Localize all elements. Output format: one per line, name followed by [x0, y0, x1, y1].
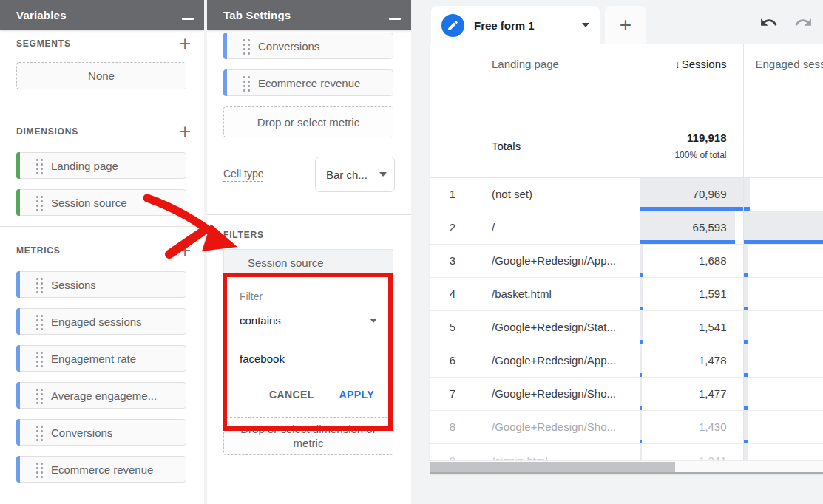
- match-type-select[interactable]: contains: [240, 314, 377, 333]
- bar-chart-cell: [744, 344, 748, 377]
- cell-type-label: Cell type: [223, 168, 263, 182]
- table-row[interactable]: 8 /Google+Redesign/Sho... 1,430: [430, 410, 823, 443]
- metric-chip-engaged-sessions[interactable]: Engaged sessions: [16, 308, 186, 335]
- bar-chart-cell: [640, 344, 643, 377]
- dimensions-label: DIMENSIONS: [16, 126, 179, 137]
- undo-icon[interactable]: [759, 13, 778, 32]
- table-row[interactable]: 7 /Google+Redesign/Sho... 1,477: [430, 377, 823, 410]
- applied-metric-ecommerce-revenue[interactable]: Ecommerce revenue: [223, 69, 393, 96]
- scrollbar-thumb[interactable]: [430, 462, 675, 472]
- chip-label: Engagement rate: [51, 353, 136, 365]
- segments-empty[interactable]: None: [16, 62, 186, 89]
- divider: [0, 226, 204, 227]
- tab-settings-title: Tab Settings: [223, 9, 389, 21]
- dimension-chip-landing-page[interactable]: Landing page: [16, 152, 186, 179]
- drag-handle-icon[interactable]: [36, 315, 44, 330]
- tab-settings-header: Tab Settings: [207, 0, 411, 30]
- table-row[interactable]: 2 / 65,593: [430, 211, 823, 244]
- filter-chip-session-source[interactable]: Session source: [223, 249, 393, 276]
- totals-row: Totals 119,918 100% of total 100% of tot…: [430, 115, 823, 177]
- chevron-down-icon: [379, 172, 387, 177]
- bar-chart-cell: [640, 311, 643, 344]
- add-segment-button[interactable]: +: [179, 36, 191, 51]
- drag-handle-icon[interactable]: [36, 463, 44, 478]
- applied-metric-conversions[interactable]: Conversions: [223, 33, 393, 59]
- sort-desc-icon: ↓: [675, 58, 680, 70]
- drag-handle-icon[interactable]: [36, 352, 44, 367]
- bar-chart-cell: [744, 278, 748, 310]
- minimize-icon[interactable]: [182, 18, 194, 20]
- drag-handle-icon[interactable]: [36, 278, 44, 293]
- filters-label: FILTERS: [207, 230, 411, 240]
- horizontal-scrollbar[interactable]: [430, 460, 823, 472]
- variables-panel: Variables SEGMENTS + None DIMENSIONS + L…: [0, 0, 204, 504]
- chip-label: Average engageme...: [51, 389, 157, 402]
- totals-engaged: 100% of total: [743, 115, 823, 177]
- chip-label: Session source: [51, 197, 127, 209]
- totals-label: Totals: [475, 115, 640, 177]
- tab-bar: Free form 1 +: [411, 0, 823, 44]
- freeform-table-card: Landing page ↓Sessions Engaged sessions …: [430, 44, 823, 474]
- canvas-workspace: Free form 1 + Landing page ↓Sessions Eng…: [411, 0, 823, 504]
- bar-chart-cell: [744, 311, 748, 344]
- cell-type-select[interactable]: Bar ch...: [315, 157, 395, 192]
- bar-chart-cell: [640, 245, 643, 277]
- metric-chip-engagement-rate[interactable]: Engagement rate: [16, 345, 186, 372]
- filter-value-input[interactable]: facebook: [240, 353, 377, 372]
- drop-metric-target[interactable]: Drop or select metric: [223, 106, 393, 137]
- bar-chart-cell: [640, 378, 643, 410]
- add-dimension-button[interactable]: +: [179, 124, 191, 139]
- table-row[interactable]: 4 /basket.html 1,591: [430, 277, 823, 310]
- drag-handle-icon[interactable]: [36, 159, 44, 174]
- metric-chip-average-engagement[interactable]: Average engageme...: [16, 382, 186, 409]
- tab-settings-panel: Tab Settings Conversions Ecommerce reven…: [207, 0, 411, 504]
- bar-chart-cell: [744, 245, 748, 277]
- chevron-down-icon: [370, 319, 377, 323]
- chevron-down-icon[interactable]: [582, 23, 589, 27]
- ga4-exploration-app: Variables SEGMENTS + None DIMENSIONS + L…: [0, 0, 823, 504]
- apply-button[interactable]: APPLY: [339, 389, 374, 401]
- drag-handle-icon[interactable]: [243, 39, 251, 55]
- metric-chip-conversions[interactable]: Conversions: [16, 419, 186, 446]
- bar-chart-cell: [744, 411, 748, 443]
- add-tab-button[interactable]: +: [605, 6, 646, 44]
- table-header-row: Landing page ↓Sessions Engaged sessions: [430, 44, 823, 115]
- table-row[interactable]: 5 /Google+Redesign/Stat... 1,541: [430, 310, 823, 344]
- table-row[interactable]: 9 /signin.html 1,341: [430, 444, 823, 460]
- tab-free-form-1[interactable]: Free form 1: [431, 6, 600, 44]
- chip-label: Ecommerce revenue: [258, 77, 360, 89]
- cancel-button[interactable]: CANCEL: [269, 389, 314, 401]
- drag-handle-icon[interactable]: [36, 389, 44, 404]
- bar-chart-cell: [640, 444, 643, 460]
- chip-label: Conversions: [51, 426, 112, 439]
- minimize-icon[interactable]: [389, 18, 401, 20]
- drag-handle-icon[interactable]: [243, 76, 251, 92]
- divider: [0, 106, 204, 106]
- divider: [207, 214, 411, 215]
- dimension-chip-session-source[interactable]: Session source: [16, 189, 186, 216]
- data-table: Landing page ↓Sessions Engaged sessions …: [430, 44, 823, 444]
- chip-label: Landing page: [51, 160, 118, 172]
- table-row[interactable]: 6 /Google+Redesign/App... 1,478: [430, 344, 823, 377]
- chip-label: Sessions: [51, 279, 96, 291]
- table-row[interactable]: 1 (not set) 70,969: [430, 177, 823, 211]
- edit-pencil-icon: [441, 14, 464, 37]
- metric-chip-sessions[interactable]: Sessions: [16, 271, 186, 298]
- col-header-sessions[interactable]: ↓Sessions: [640, 44, 743, 115]
- add-metric-button[interactable]: +: [179, 243, 191, 258]
- bar-chart-cell: [744, 211, 823, 244]
- table-row[interactable]: 3 /Google+Redesign/App... 1,688: [430, 244, 823, 277]
- filter-field-label: Filter: [240, 290, 377, 302]
- metric-chip-ecommerce-revenue[interactable]: Ecommerce revenue: [16, 456, 186, 483]
- drag-handle-icon[interactable]: [36, 426, 44, 441]
- col-header-engaged-sessions[interactable]: Engaged sessions: [743, 44, 823, 115]
- tab-label: Free form 1: [474, 19, 535, 32]
- drag-handle-icon[interactable]: [36, 196, 44, 211]
- redo-icon[interactable]: [794, 13, 813, 32]
- col-header-landing-page[interactable]: Landing page: [475, 44, 640, 115]
- bar-chart-cell: [744, 378, 748, 410]
- metrics-label: METRICS: [16, 245, 179, 256]
- chip-label: Ecommerce revenue: [51, 463, 153, 476]
- drop-dimension-target[interactable]: Drop or select dimension or metric: [223, 417, 393, 455]
- chip-label: Engaged sessions: [51, 316, 142, 328]
